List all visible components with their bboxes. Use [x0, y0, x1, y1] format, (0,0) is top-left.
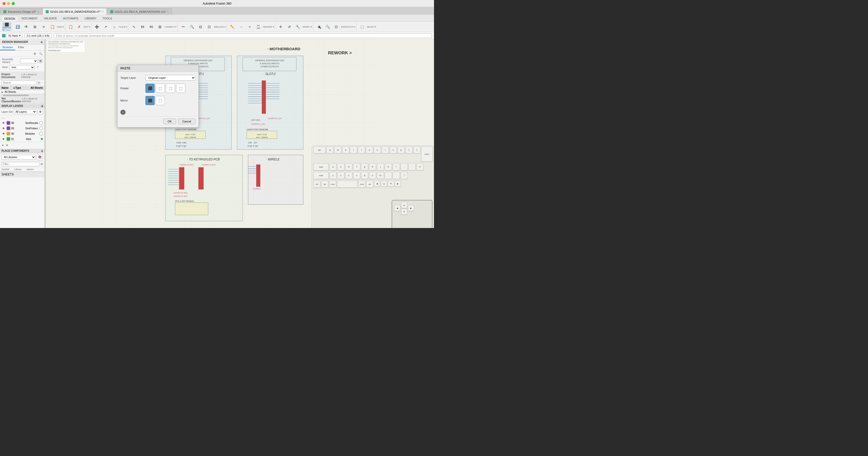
net-count-label: 91 Nets — [8, 34, 18, 37]
rotate-90-button[interactable]: ⬚ — [156, 84, 165, 93]
tab-close-1[interactable]: × — [37, 10, 39, 13]
layer-del-button[interactable]: × — [6, 143, 8, 148]
layer-radio-modules[interactable] — [39, 132, 43, 135]
key-h: h — [369, 163, 376, 170]
layers-button[interactable]: ≡ — [39, 23, 48, 31]
place-collapse-button[interactable]: ◀ — [41, 150, 43, 152]
tab-schematic-v13[interactable]: 52101-101-REV-A_DEMOVERSION v13 × — [107, 8, 172, 15]
shortcut-plug-button[interactable]: 🔌 — [315, 23, 323, 31]
tab-electronics-design[interactable]: Electronics Design v3* × — [0, 8, 42, 15]
filter-tab[interactable]: Filter — [15, 45, 27, 50]
component-filter-row: ⊟ — [0, 161, 44, 167]
layer-vis-modules[interactable]: 👁 — [2, 132, 6, 136]
switch-button[interactable]: ⬛ SWITCH ▾ — [3, 23, 11, 31]
browser-search-button[interactable]: 🔍 — [38, 51, 43, 56]
modify-wrench-button[interactable]: 🔧 — [294, 23, 302, 31]
connect-wire-button[interactable]: ∿ — [130, 23, 138, 31]
place-add-button[interactable]: ➕ — [93, 23, 101, 31]
layers-collapse-button[interactable]: ◀ — [41, 104, 43, 107]
tab-close-3[interactable]: × — [167, 10, 168, 13]
select-button[interactable]: ⬚ — [358, 23, 366, 31]
library-select[interactable]: All Libraries — [2, 155, 36, 160]
connect-d1a-button[interactable]: D1 — [138, 23, 147, 31]
delete-button[interactable]: ✗ — [75, 23, 84, 31]
tab-tools[interactable]: TOOLS — [99, 16, 115, 22]
cancel-button[interactable]: Cancel — [178, 119, 195, 124]
tab-schematic-v7[interactable]: 52101-101-REV-A_DEMOVERSION v7* × — [42, 8, 107, 15]
panel-collapse-button[interactable]: ◀ — [40, 40, 42, 43]
minimize-button[interactable] — [7, 2, 10, 5]
rework-r2-button[interactable]: R210K — [254, 23, 262, 31]
view-help-button[interactable]: ? — [36, 65, 40, 69]
maximize-button[interactable] — [12, 2, 15, 5]
place-components-header: PLACE COMPONENTS ◀ — [0, 149, 44, 153]
tab-design[interactable]: DESIGN — [1, 16, 19, 22]
net-dropdown[interactable]: 91 Nets ▾ — [7, 33, 23, 38]
all-sheets-row[interactable]: ▶ All Sheets — [0, 90, 44, 94]
rotate-buttons: ⬛ ⬚ ⬚ ⬚ — [146, 84, 185, 93]
rotate-270-button[interactable]: ⬚ — [176, 84, 185, 93]
svg-text:· WIRELE: · WIRELE — [267, 158, 280, 161]
search-type-indicator: ▾ — [37, 81, 40, 85]
simulate-probe-button[interactable]: ⊡ — [205, 23, 213, 31]
tab-document[interactable]: DOCUMENT — [19, 16, 41, 22]
display-layers-title: DISPLAY LAYERS — [2, 104, 23, 107]
copy-button[interactable]: 📋 — [48, 23, 56, 31]
assembly-variant-button[interactable]: ⊞ — [39, 59, 42, 63]
paste-button[interactable]: 📋 — [67, 23, 75, 31]
shortcut-zoom-button[interactable]: 🔍 — [323, 23, 332, 31]
mirror-flip-button[interactable]: ⬚ — [156, 96, 165, 105]
rework-arrow-button[interactable]: → — [237, 23, 245, 31]
layer-settings-button[interactable]: ⚙ — [38, 109, 43, 114]
design-manager-title: DESIGN MANAGER — [2, 40, 28, 43]
grid-button[interactable]: ⊞ — [31, 23, 39, 31]
layer-vis-simresults[interactable]: 👁 — [2, 121, 6, 125]
net-selector[interactable]: 91 Nets ▾ — [2, 33, 23, 38]
schematic-canvas[interactable]: THIS DRAWING CONTAINS CONFIDENTIAL AND P… — [46, 39, 434, 228]
layer-vis-nets[interactable]: 👁 — [2, 137, 6, 141]
tab-automate[interactable]: AUTOMATE — [60, 16, 82, 22]
assembly-variant-select[interactable] — [20, 59, 38, 63]
layer-radio-simprobes[interactable] — [39, 127, 43, 130]
search-input[interactable] — [2, 80, 36, 85]
layer-radio-simresults[interactable] — [39, 121, 43, 125]
close-button[interactable] — [3, 2, 6, 5]
place-home-button[interactable]: ⌂ — [110, 23, 118, 31]
connect-grid-button[interactable]: ⊞ — [156, 23, 164, 31]
docs-scrollbar[interactable] — [0, 94, 44, 96]
tab-close-2[interactable]: × — [102, 10, 103, 13]
mirror-none-button[interactable]: ⬛ — [146, 96, 155, 105]
library-button[interactable]: 📚 — [37, 154, 43, 160]
rotate-180-button[interactable]: ⬚ — [166, 84, 175, 93]
browser-tab[interactable]: Browser — [0, 45, 15, 50]
rework-edit-button[interactable]: ✏️ — [228, 23, 237, 31]
canvas-area[interactable]: THIS DRAWING CONTAINS CONFIDENTIAL AND P… — [46, 39, 434, 228]
command-line[interactable]: Click or press / to activate command lin… — [54, 33, 432, 38]
shortcut-grid2-button[interactable]: ⊡ — [332, 23, 340, 31]
browser-expand-button[interactable]: ⊞ — [32, 51, 37, 56]
layer-set-select[interactable]: All Layers — [13, 110, 37, 114]
component-filter-input[interactable] — [2, 162, 39, 166]
simulate-scope-button[interactable]: ⊟ — [196, 23, 205, 31]
tab-validate[interactable]: VALIDATE — [41, 16, 60, 22]
search-options-button[interactable]: ⋮⋮ — [41, 81, 45, 85]
ok-button[interactable]: OK — [163, 119, 176, 124]
filter-options-button[interactable]: ⊟ — [40, 162, 43, 166]
modify-rotate-button[interactable]: ↺ — [285, 23, 293, 31]
info-button[interactable]: ℹ️ — [13, 23, 22, 31]
rework-wave-button[interactable]: ≈ — [246, 23, 254, 31]
target-layer-select[interactable]: Original Layer — [146, 75, 195, 80]
layer-add-button[interactable]: + — [2, 143, 4, 148]
place-arrow-button[interactable]: ↗ — [101, 23, 110, 31]
tab-library[interactable]: LIBRARY — [82, 16, 99, 22]
simulate-wave-button[interactable]: 〜 — [179, 23, 187, 31]
view-select[interactable]: Nets — [9, 65, 35, 70]
switch-icon: ⬛ — [5, 23, 9, 26]
modify-move-button[interactable]: ✛ — [277, 23, 285, 31]
rotate-0-button[interactable]: ⬛ — [146, 84, 155, 93]
layer-vis-simprobes[interactable]: 👁 — [2, 126, 6, 130]
simulate-search-button[interactable]: 🔍 — [188, 23, 196, 31]
window-controls[interactable] — [3, 2, 15, 5]
connect-d1b-button[interactable]: D1 — [147, 23, 155, 31]
view-toggle-button[interactable]: 👁 — [22, 23, 30, 31]
